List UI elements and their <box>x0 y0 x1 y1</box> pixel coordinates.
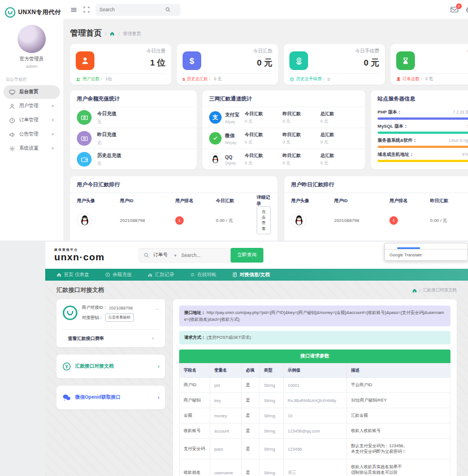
table-cell: 收款账号 <box>180 423 210 439</box>
channel-stats-card: 三网汇款通道统计 支 支付宝 Alipay 今日汇款0 元 昨日汇款0 元 总汇… <box>202 90 365 169</box>
breadcrumb: 管理首页 / / 管理首页 <box>70 28 468 38</box>
qq-avatar <box>77 213 92 228</box>
params-banner: 接口请求参数 <box>179 350 450 363</box>
stat-card-fee: 今日手续费 0 元 历史总手续费： 0 <box>284 44 385 85</box>
fullscreen-icon[interactable] <box>83 6 90 13</box>
topbar: 0 <box>63 0 468 19</box>
user-icon <box>9 103 15 110</box>
nav-item-recharge[interactable]: 余额充值 <box>98 269 138 281</box>
coin-icon <box>105 272 110 277</box>
table-row: 收款账号account是String123456@qq.com收款人收款账号 <box>180 423 450 439</box>
order-search-input[interactable] <box>181 252 230 258</box>
table-cell: 默认支付安全码为：123456。 本支付安全码即为交易密码！ <box>347 439 450 460</box>
merchant-card: 商户对接ID：2021088798 对接密钥： 点击查看秘钥 ... 查看汇款接… <box>57 299 165 347</box>
server-item: 域名或主机地址：974.rglac.top <box>371 149 468 163</box>
home-icon <box>57 272 62 277</box>
nav-item-dashboard[interactable]: 首页 仪表盘 <box>50 269 96 281</box>
progress-bar <box>378 117 468 120</box>
table-cell: 商户ID <box>180 378 210 393</box>
search-icon <box>165 7 171 12</box>
rate-link[interactable]: 查看汇款接口费率 › <box>62 329 159 347</box>
banknote-icon <box>77 131 92 146</box>
search-type-select[interactable]: 订单号 ▼ <box>153 252 177 259</box>
portal-logo[interactable]: 媒体查报平台 unxn·com <box>54 248 105 262</box>
nav-item-transfer[interactable]: 在线转账 <box>183 269 223 281</box>
dollar-small-icon: $ <box>183 77 185 82</box>
chevron-right-icon: › <box>158 364 159 369</box>
bar-chart-icon <box>148 272 153 277</box>
sidebar-item-orders[interactable]: 订单管理 + <box>3 113 60 127</box>
brand-logo-icon <box>5 7 16 18</box>
sidebar-item-settings[interactable]: 系统设置 + <box>3 142 60 155</box>
rank-table-today: 用户今日汇款排行 用户头像 用户ID 用户排名 今日汇款 详细记录 202108… <box>70 176 278 241</box>
search-icon <box>144 252 149 258</box>
sidebar-item-announcements[interactable]: 公告管理 + <box>3 128 60 141</box>
sidebar-item-home[interactable]: 后台首页 <box>3 85 60 99</box>
brand[interactable]: UNXN专用代付 <box>0 5 63 21</box>
mail-icon[interactable]: 0 <box>450 6 458 13</box>
rank-badge: 1 <box>389 216 398 225</box>
document-icon <box>232 272 237 277</box>
nav-item-records[interactable]: 汇款记录 <box>141 269 181 281</box>
circle-currency-icon <box>62 362 71 371</box>
docs-link-card[interactable]: 汇款接口对接文档 › <box>57 355 165 378</box>
table-cell: 商户秘钥 <box>180 393 210 408</box>
home-icon[interactable] <box>110 31 115 36</box>
table-cell: 收款人收款真实姓名如果不 强制验证真实姓名可以留 空或不传该参数 <box>347 460 450 476</box>
users-icon <box>76 77 81 82</box>
table-cell: String <box>260 423 284 439</box>
portal-body: 汇款接口对接文档 / 汇款接口对接文档 商户对接ID：2021088798 对接… <box>45 281 468 476</box>
monitor-icon <box>9 89 15 95</box>
openid-link-card[interactable]: 微信Openid获取接口 › <box>57 386 165 409</box>
table-cell: String <box>260 378 284 393</box>
table-row: 2021088798 1 0.00 / 元 点击查看 <box>70 208 278 233</box>
search-input[interactable] <box>99 7 162 12</box>
nav-item-docs[interactable]: 对接信息/文档 <box>226 269 276 281</box>
rank-table-yesterday: 用户昨日汇款排行 用户头像 用户ID 用户排名 昨日汇款 详细记录 202108… <box>284 176 468 241</box>
gear-icon <box>9 146 15 152</box>
order-search-bar: 订单号 ▼ <box>138 248 235 263</box>
list-item: 历史总充值 元 <box>70 149 197 169</box>
admin-profile: 官方管理员 admin <box>0 21 63 71</box>
more-icon[interactable]: ... <box>155 305 159 325</box>
table-cell: 是 <box>242 460 260 476</box>
admin-dashboard: UNXN专用代付 官方管理员 admin 后台导航栏 后台首页 用户管理 + 订… <box>0 0 468 241</box>
chevron-down-icon: ▼ <box>174 254 177 257</box>
admin-avatar[interactable] <box>18 25 46 53</box>
dashboard-content: 管理首页 / / 管理首页 今日注册 1 位 <box>63 19 468 241</box>
person-icon <box>76 51 94 70</box>
home-icon[interactable] <box>412 288 417 293</box>
hourglass-icon <box>396 51 415 70</box>
recharge-stats-card: 用户余额充值统计 今日充值 元 昨日充值 元 历史总充值 <box>70 90 197 169</box>
alipay-icon: 支 <box>209 111 222 124</box>
progress-bar <box>378 160 468 162</box>
api-params-table: 字段名 变量名 必填 类型 示例值 描述 商户IDpid是String10001… <box>179 363 450 476</box>
table-cell: 是 <box>242 423 260 439</box>
view-key-button[interactable]: 点击查看秘钥 <box>105 313 134 322</box>
table-cell: 32位商户秘钥/KEY <box>347 393 450 408</box>
query-button[interactable]: 立即查询 <box>231 248 263 263</box>
server-item: 服务器系统&软件：Linux & nginx/1.18.0 <box>371 135 468 149</box>
table-cell: String <box>260 408 284 423</box>
hourglass-small-icon <box>396 77 401 81</box>
table-cell: 收款姓名 <box>180 460 210 476</box>
api-address-box: 接口地址： http://pay.unxn.com/pay.php?pid={商… <box>179 305 450 326</box>
table-cell: pid <box>210 378 242 393</box>
view-details-button[interactable]: 点击查看 <box>257 206 271 234</box>
table-row: 商户IDpid是String10001平台商户ID <box>180 378 450 393</box>
breadcrumb: / 汇款接口对接文档 <box>412 287 457 293</box>
table-cell: 是 <box>242 408 260 423</box>
table-cell: 10001 <box>284 378 347 393</box>
hamburger-icon[interactable] <box>70 6 77 14</box>
qq-icon <box>209 153 222 165</box>
topbar-search[interactable] <box>96 4 180 16</box>
table-cell: money <box>210 408 242 423</box>
globe-icon[interactable] <box>466 6 468 14</box>
api-doc-card: 接口地址： http://pay.unxn.com/pay.php?pid={商… <box>173 299 457 476</box>
sidebar-item-users[interactable]: 用户管理 + <box>3 99 60 113</box>
table-cell: 收款人收款账号 <box>347 423 450 439</box>
sidebar: UNXN专用代付 官方管理员 admin 后台导航栏 后台首页 用户管理 + 订… <box>0 0 63 241</box>
coin-slot-icon <box>289 51 308 70</box>
google-translate-popup[interactable]: Google Translate <box>384 243 468 261</box>
qq-avatar <box>291 213 306 228</box>
